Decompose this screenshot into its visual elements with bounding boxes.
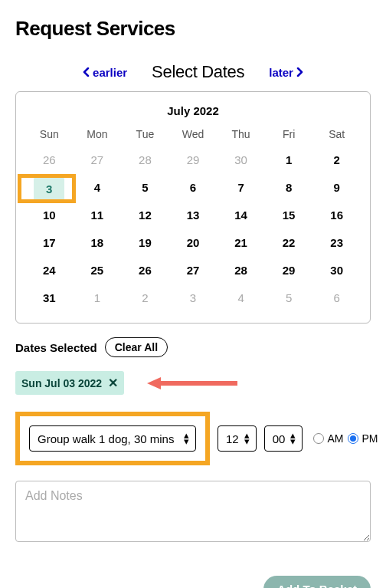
calendar-day[interactable]: 3: [25, 177, 74, 199]
calendar-dow: Sat: [312, 128, 361, 143]
calendar-day[interactable]: 7: [217, 177, 265, 199]
calendar-day[interactable]: 9: [312, 177, 361, 199]
chip-text: Sun Jul 03 2022: [21, 377, 102, 389]
ampm-group: AM PM: [310, 432, 378, 445]
remove-chip-icon[interactable]: ✕: [108, 376, 118, 390]
calendar-day[interactable]: 26: [121, 260, 169, 281]
calendar-day: 27: [74, 149, 122, 171]
dates-selected-row: Dates Selected Clear All: [15, 337, 371, 357]
calendar-day[interactable]: 29: [265, 260, 313, 281]
hour-value: 12: [226, 432, 239, 445]
selected-date-chip: Sun Jul 03 2022 ✕: [15, 371, 124, 395]
calendar-day[interactable]: 6: [169, 177, 218, 199]
basket-row: Add To Basket: [15, 576, 371, 588]
calendar-day[interactable]: 22: [265, 232, 313, 254]
calendar-day[interactable]: 21: [217, 232, 265, 254]
calendar-day: 30: [217, 149, 265, 171]
calendar-day[interactable]: 8: [265, 177, 313, 199]
calendar-day[interactable]: 4: [74, 177, 122, 199]
earlier-link[interactable]: earlier: [83, 66, 127, 79]
calendar-day[interactable]: 23: [312, 232, 361, 254]
pm-label: PM: [361, 432, 378, 445]
later-link[interactable]: later: [269, 66, 303, 79]
minute-value: 00: [273, 432, 286, 445]
calendar-day[interactable]: 5: [121, 177, 169, 199]
calendar-day: 3: [169, 287, 218, 309]
notes-wrap: [15, 481, 371, 545]
calendar-month-label: July 2022: [25, 100, 361, 128]
dates-selected-label: Dates Selected: [15, 341, 97, 354]
hour-select[interactable]: 12 ▴▾: [218, 425, 257, 452]
service-controls-row: Group walk 1 dog, 30 mins ▴▾ 12 ▴▾ 00 ▴▾…: [15, 412, 371, 465]
pm-radio[interactable]: [348, 433, 358, 444]
calendar-day[interactable]: 13: [169, 205, 218, 226]
calendar-day[interactable]: 27: [169, 260, 218, 281]
clear-all-button[interactable]: Clear All: [105, 337, 168, 357]
service-select[interactable]: Group walk 1 dog, 30 mins ▴▾: [29, 425, 196, 452]
annotation-arrow-icon: [147, 376, 239, 391]
annotation-highlight-service: Group walk 1 dog, 30 mins ▴▾: [15, 412, 210, 465]
calendar-dow: Tue: [121, 128, 169, 143]
select-caret-icon: ▴▾: [244, 432, 250, 445]
later-label: later: [269, 66, 293, 79]
calendar-day: 2: [121, 287, 169, 309]
calendar-day[interactable]: 25: [74, 260, 122, 281]
calendar-day[interactable]: 12: [121, 205, 169, 226]
selected-date-chip-row: Sun Jul 03 2022 ✕: [15, 371, 371, 395]
calendar-day[interactable]: 30: [312, 260, 361, 281]
chevron-left-icon: [83, 66, 90, 79]
calendar-day: 6: [312, 287, 361, 309]
calendar-day[interactable]: 11: [74, 205, 122, 226]
date-nav-row: earlier Select Dates later: [15, 62, 371, 82]
calendar-dow: Wed: [169, 128, 218, 143]
calendar-day: 4: [217, 287, 265, 309]
svg-marker-1: [147, 377, 161, 389]
calendar-day[interactable]: 24: [25, 260, 74, 281]
calendar-day: 5: [265, 287, 313, 309]
add-to-basket-button[interactable]: Add To Basket: [263, 576, 371, 588]
calendar-day[interactable]: 20: [169, 232, 218, 254]
calendar-day[interactable]: 19: [121, 232, 169, 254]
calendar-dow: Thu: [217, 128, 265, 143]
select-caret-icon: ▴▾: [184, 432, 189, 445]
calendar-day: 26: [25, 149, 74, 171]
calendar-dow: Sun: [25, 128, 74, 143]
page-title: Request Services: [15, 17, 371, 41]
calendar-day[interactable]: 14: [217, 205, 265, 226]
calendar-grid: SunMonTueWedThuFriSat2627282930123456789…: [25, 128, 361, 309]
notes-textarea[interactable]: [15, 481, 371, 542]
calendar-dow: Mon: [74, 128, 122, 143]
calendar-day[interactable]: 18: [74, 232, 122, 254]
calendar-dow: Fri: [265, 128, 313, 143]
am-radio[interactable]: [313, 433, 324, 444]
calendar-day: 29: [169, 149, 218, 171]
calendar-day[interactable]: 1: [265, 149, 313, 171]
service-select-value: Group walk 1 dog, 30 mins: [38, 432, 174, 445]
calendar-day[interactable]: 15: [265, 205, 313, 226]
calendar-day: 28: [121, 149, 169, 171]
calendar-day[interactable]: 16: [312, 205, 361, 226]
select-dates-heading: Select Dates: [152, 62, 244, 82]
am-label: AM: [327, 432, 343, 445]
calendar-day[interactable]: 10: [25, 205, 74, 226]
calendar-day[interactable]: 2: [312, 149, 361, 171]
select-caret-icon: ▴▾: [290, 432, 296, 445]
calendar-day[interactable]: 28: [217, 260, 265, 281]
calendar-day: 1: [74, 287, 122, 309]
earlier-label: earlier: [93, 66, 127, 79]
calendar-day[interactable]: 17: [25, 232, 74, 254]
calendar-day[interactable]: 31: [25, 287, 74, 309]
calendar-container: July 2022 SunMonTueWedThuFriSat262728293…: [15, 91, 371, 324]
chevron-right-icon: [296, 66, 303, 79]
minute-select[interactable]: 00 ▴▾: [264, 425, 303, 452]
